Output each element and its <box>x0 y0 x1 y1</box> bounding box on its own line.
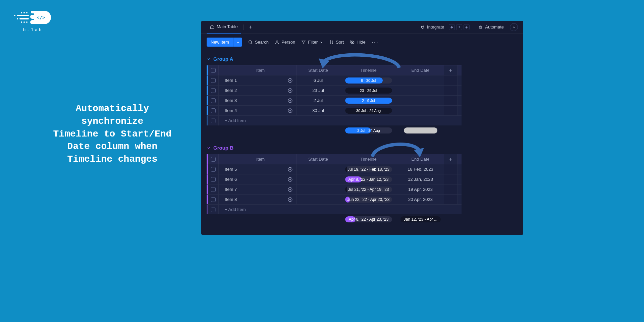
chat-icon[interactable] <box>287 186 293 192</box>
person-label: Person <box>281 40 295 45</box>
row-checkbox[interactable] <box>208 195 219 204</box>
add-column[interactable]: + <box>444 154 458 164</box>
tab-separator <box>243 24 244 30</box>
timeline-cell[interactable]: 6 - 30 Jul <box>340 75 397 85</box>
row-checkbox[interactable] <box>208 75 219 85</box>
table-row[interactable]: Item 7 Jul 21, '22 - Apr 19, '23 19 Apr,… <box>207 184 462 194</box>
end-date-cell[interactable]: 18 Feb, 2023 <box>397 164 444 174</box>
start-date-cell[interactable] <box>297 164 340 174</box>
search-icon <box>248 40 253 45</box>
chat-icon[interactable] <box>287 98 293 103</box>
end-date-cell[interactable] <box>397 96 444 105</box>
automate-button[interactable]: Automate <box>475 24 507 30</box>
timeline-text: Apr 8, '22 - Jan 12, '23 <box>348 177 389 182</box>
table-row[interactable]: Item 5 Jul 19, '22 - Feb 18, '23 18 Feb,… <box>207 164 462 174</box>
integrate-button[interactable]: Integrate <box>417 24 447 30</box>
chat-icon[interactable] <box>287 166 293 172</box>
col-end[interactable]: End Date <box>397 65 444 75</box>
start-date-cell[interactable]: 6 Jul <box>297 75 340 85</box>
filter-tool[interactable]: Filter <box>301 40 323 45</box>
timeline-cell[interactable]: 2 - 9 Jul <box>340 96 397 105</box>
logo-icon: </> <box>12 9 54 25</box>
new-item-caret[interactable] <box>233 38 242 47</box>
search-tool[interactable]: Search <box>248 40 269 45</box>
item-cell[interactable]: Item 5 <box>219 164 297 174</box>
row-checkbox[interactable] <box>208 164 219 174</box>
item-cell[interactable]: Item 7 <box>219 184 297 194</box>
timeline-cell[interactable]: 23 - 29 Jul <box>340 86 397 95</box>
select-all-checkbox[interactable] <box>208 154 219 164</box>
start-date-cell[interactable]: 2 Jul <box>297 96 340 105</box>
col-end[interactable]: End Date <box>397 154 444 164</box>
add-item-row[interactable]: + Add Item <box>207 115 462 125</box>
chat-icon[interactable] <box>287 176 293 182</box>
col-timeline[interactable]: Timeline <box>340 154 397 164</box>
table-row[interactable]: Item 2 23 Jul 23 - 29 Jul <box>207 85 462 95</box>
timeline-cell[interactable]: 30 Jul - 24 Aug <box>340 106 397 115</box>
timeline-cell[interactable]: Apr 8, '22 - Jan 12, '23 <box>340 174 397 184</box>
chevron-up-icon <box>512 25 516 29</box>
integration-badge-2[interactable]: ✦ <box>456 24 462 30</box>
end-date-cell[interactable]: 19 Apr, 2023 <box>397 184 444 194</box>
integration-badge-1[interactable]: ◆ <box>449 24 455 30</box>
integration-badges[interactable]: ◆ ✦ ◈ <box>447 24 471 30</box>
row-checkbox[interactable] <box>208 96 219 105</box>
end-date-cell[interactable]: 12 Jan, 2023 <box>397 174 444 184</box>
chat-icon[interactable] <box>287 88 293 93</box>
chat-icon[interactable] <box>287 77 293 83</box>
hide-tool[interactable]: Hide <box>350 40 366 45</box>
group-b-header[interactable]: Group B <box>207 144 518 154</box>
row-checkbox[interactable] <box>208 184 219 194</box>
end-date-cell[interactable]: 20 Apr, 2023 <box>397 195 444 204</box>
timeline-cell[interactable]: Jul 21, '22 - Apr 19, '23 <box>340 184 397 194</box>
timeline-cell[interactable]: Jun 22, '22 - Apr 20, '23 <box>340 195 397 204</box>
col-start[interactable]: Start Date <box>297 154 340 164</box>
new-item-button[interactable]: New Item <box>207 38 242 47</box>
row-checkbox[interactable] <box>208 86 219 95</box>
table-row[interactable]: Item 6 Apr 8, '22 - Jan 12, '23 12 Jan, … <box>207 174 462 184</box>
tab-main-table[interactable]: Main Table <box>207 21 241 34</box>
col-item[interactable]: Item <box>219 65 297 75</box>
add-item-row[interactable]: + Add Item <box>207 204 462 214</box>
end-date-cell[interactable] <box>397 106 444 115</box>
start-date-cell[interactable]: 23 Jul <box>297 86 340 95</box>
col-item[interactable]: Item <box>219 154 297 164</box>
row-empty <box>444 106 458 115</box>
end-date-cell[interactable] <box>397 86 444 95</box>
add-column[interactable]: + <box>444 65 458 75</box>
row-checkbox[interactable] <box>208 174 219 184</box>
table-row[interactable]: Item 3 2 Jul 2 - 9 Jul <box>207 95 462 105</box>
start-date-cell[interactable] <box>297 195 340 204</box>
item-cell[interactable]: Item 8 <box>219 195 297 204</box>
item-cell[interactable]: Item 4 <box>219 106 297 115</box>
chat-icon[interactable] <box>287 108 293 113</box>
headline-1: Automatically <box>42 102 183 115</box>
col-start[interactable]: Start Date <box>297 65 340 75</box>
sort-tool[interactable]: Sort <box>329 40 344 45</box>
item-cell[interactable]: Item 3 <box>219 96 297 105</box>
row-checkbox[interactable] <box>208 106 219 115</box>
tab-main-label: Main Table <box>217 24 238 29</box>
table-row[interactable]: Item 8 Jun 22, '22 - Apr 20, '23 20 Apr,… <box>207 194 462 204</box>
select-all-checkbox[interactable] <box>208 65 219 75</box>
chat-icon[interactable] <box>287 197 293 202</box>
item-cell[interactable]: Item 1 <box>219 75 297 85</box>
person-tool[interactable]: Person <box>275 40 295 45</box>
group-a-header[interactable]: Group A <box>207 55 518 65</box>
tab-add[interactable]: + <box>246 24 255 30</box>
item-cell[interactable]: Item 6 <box>219 174 297 184</box>
start-date-cell[interactable]: 30 Jul <box>297 106 340 115</box>
timeline-cell[interactable]: Jul 19, '22 - Feb 18, '23 <box>340 164 397 174</box>
table-row[interactable]: Item 1 6 Jul 6 - 30 Jul <box>207 75 462 85</box>
start-date-cell[interactable] <box>297 174 340 184</box>
svg-point-15 <box>276 41 278 42</box>
item-cell[interactable]: Item 2 <box>219 86 297 95</box>
more-menu[interactable]: ··· <box>372 39 379 46</box>
collapse-button[interactable] <box>510 23 518 31</box>
table-row[interactable]: Item 4 30 Jul 30 Jul - 24 Aug <box>207 105 462 115</box>
col-timeline[interactable]: Timeline <box>340 65 397 75</box>
group-a: Group A Item Start Date Timeline End Dat… <box>207 55 518 135</box>
integration-badge-3[interactable]: ◈ <box>464 24 470 30</box>
end-date-cell[interactable] <box>397 75 444 85</box>
start-date-cell[interactable] <box>297 184 340 194</box>
